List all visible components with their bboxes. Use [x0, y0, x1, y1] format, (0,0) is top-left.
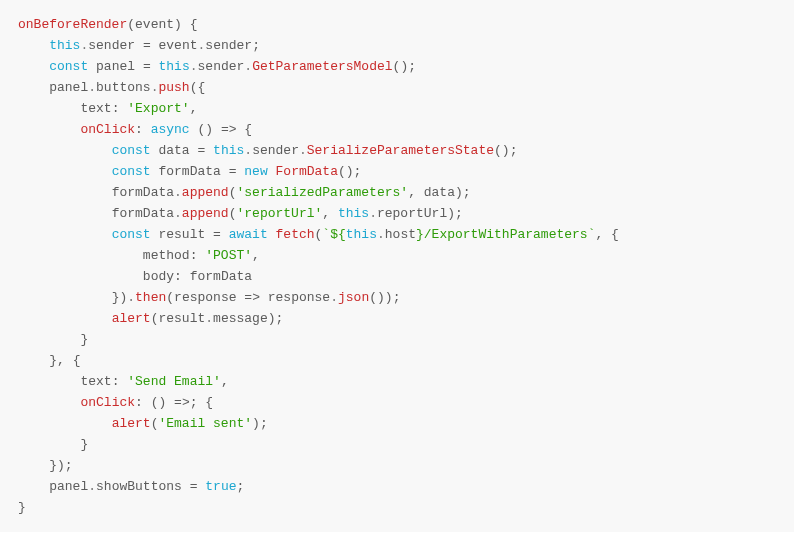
brace: { [73, 353, 81, 368]
indent [18, 395, 80, 410]
prop: buttons [96, 80, 151, 95]
var: panel [49, 479, 88, 494]
arrow: => [244, 290, 260, 305]
indent [18, 479, 49, 494]
prop: sender [198, 59, 245, 74]
var: panel [49, 80, 88, 95]
paren: ) [205, 122, 213, 137]
code-block: onBeforeRender(event) { this.sender = ev… [0, 0, 794, 532]
keyword-const: const [112, 227, 151, 242]
op: = [229, 164, 237, 179]
indent [18, 311, 112, 326]
prop: message [213, 311, 268, 326]
prop: host [385, 227, 416, 242]
keyword-this: this [346, 227, 377, 242]
string: 'POST' [205, 248, 252, 263]
space [182, 269, 190, 284]
keyword-const: const [49, 59, 88, 74]
space [166, 395, 174, 410]
var: formData [158, 164, 220, 179]
space [182, 17, 190, 32]
dot: . [174, 185, 182, 200]
indent [18, 332, 80, 347]
paren: ) [447, 206, 455, 221]
method: json [338, 290, 369, 305]
semi: ; [354, 164, 362, 179]
op: = [190, 479, 198, 494]
dot: . [330, 290, 338, 305]
space [221, 164, 229, 179]
op: = [143, 59, 151, 74]
paren: ) [268, 311, 276, 326]
arrow: => [221, 122, 237, 137]
var: response [174, 290, 236, 305]
indent [18, 353, 49, 368]
semi: ; [190, 395, 198, 410]
dot: . [377, 227, 385, 242]
prop: method [143, 248, 190, 263]
fn: alert [112, 416, 151, 431]
colon: : [174, 269, 182, 284]
comma: , [221, 374, 229, 389]
string: 'reportUrl' [236, 206, 322, 221]
prop: reportUrl [377, 206, 447, 221]
brace-open: { [190, 17, 198, 32]
fn-name: onBeforeRender [18, 17, 127, 32]
keyword-const: const [112, 143, 151, 158]
keyword-new: new [244, 164, 267, 179]
method: SerializeParametersState [307, 143, 494, 158]
prop: sender [205, 38, 252, 53]
space [213, 122, 221, 137]
indent [18, 122, 80, 137]
string: 'serializedParameters' [236, 185, 408, 200]
dot: . [88, 80, 96, 95]
colon: : [135, 395, 143, 410]
indent [18, 206, 112, 221]
keyword-await: await [229, 227, 268, 242]
paren: ) [455, 185, 463, 200]
comma: , [190, 101, 198, 116]
ident: event [159, 38, 198, 53]
paren: ) [385, 290, 393, 305]
keyword-this: this [159, 59, 190, 74]
space [205, 227, 213, 242]
method: GetParametersModel [252, 59, 392, 74]
paren-open: ( [127, 17, 135, 32]
space [65, 353, 73, 368]
var: data [424, 185, 455, 200]
var: result [158, 227, 205, 242]
indent [18, 269, 143, 284]
dot: . [88, 479, 96, 494]
indent [18, 80, 49, 95]
method: append [182, 206, 229, 221]
space [182, 479, 190, 494]
var: data [158, 143, 189, 158]
indent [18, 164, 112, 179]
string: 'Email sent' [158, 416, 252, 431]
keyword-this: this [49, 38, 80, 53]
semi: ; [65, 458, 73, 473]
semi: ; [252, 38, 260, 53]
var: formData [190, 269, 252, 284]
semi: ; [510, 143, 518, 158]
brace: } [49, 353, 57, 368]
prop: body [143, 269, 174, 284]
space [135, 38, 143, 53]
keyword-this: this [338, 206, 369, 221]
op: = [213, 227, 221, 242]
keyword-true: true [205, 479, 236, 494]
space [143, 395, 151, 410]
tmpl: }/ExportWithParameters` [416, 227, 595, 242]
comma: , [408, 185, 416, 200]
paren: ) [346, 164, 354, 179]
semi: ; [237, 479, 245, 494]
prop: showButtons [96, 479, 182, 494]
paren: ( [494, 143, 502, 158]
brace: { [205, 395, 213, 410]
paren: ) [377, 290, 385, 305]
semi: ; [463, 185, 471, 200]
comma: , [322, 206, 330, 221]
indent [18, 185, 112, 200]
space [330, 206, 338, 221]
paren: ( [369, 290, 377, 305]
